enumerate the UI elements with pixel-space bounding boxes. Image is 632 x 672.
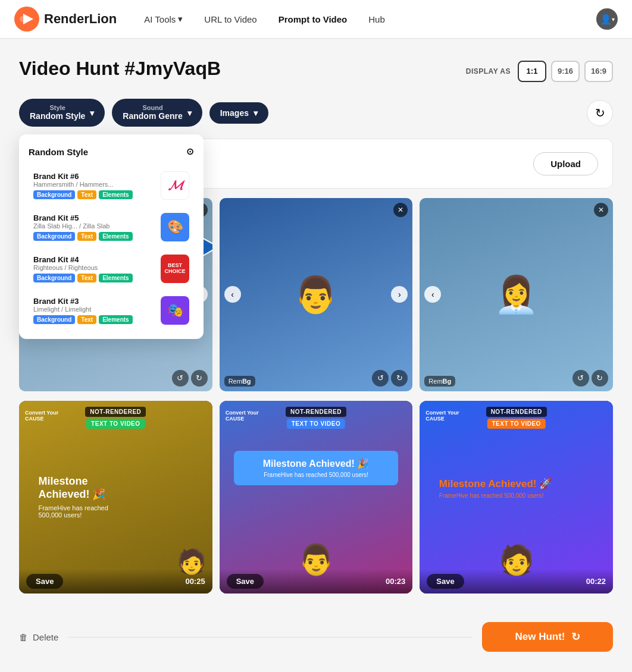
video-save-3[interactable]: Save — [427, 574, 464, 589]
person-icon: 👤 — [600, 14, 612, 25]
sound-label: Sound Random Genre — [123, 105, 182, 121]
image-card-3: 👩‍💼 ✕ ‹ RemBg ↺ ↻ — [420, 198, 613, 391]
toolbar: Style Random Style ▾ Sound Random Genre … — [19, 99, 613, 127]
video-subtitle-3: FrameHive has reached 500,000 users! — [439, 492, 603, 499]
style-dropdown: Random Style ⊙ Brand Kit #6 Hammersmith … — [19, 134, 204, 339]
image-rotate-2[interactable]: ↺ — [372, 370, 389, 387]
page-title: Video Hunt #JmyVaqB — [19, 58, 221, 80]
image-close-3[interactable]: ✕ — [594, 203, 608, 217]
image-placeholder-2: 👨 — [220, 198, 413, 391]
video-row: Convert YourCAUSE MilestoneAchieved! 🎉 F… — [19, 401, 613, 594]
tag-background: Background — [33, 274, 75, 282]
text-to-video-badge-2: TEXT TO VIDEO — [287, 419, 345, 429]
video-card-3: Convert YourCAUSE 🧑 Milestone Achieved! … — [420, 401, 613, 594]
upload-button[interactable]: Upload — [533, 152, 598, 175]
image-arrow-left-2[interactable]: ‹ — [224, 286, 241, 303]
chevron-down-icon: ▾ — [178, 14, 183, 24]
avatar-chevron-icon: ▾ — [612, 16, 615, 23]
avatar[interactable]: 👤 ▾ — [596, 8, 618, 30]
image-placeholder-3: 👩‍💼 — [420, 198, 613, 391]
tag-background: Background — [33, 315, 75, 324]
video-title-1: MilestoneAchieved! 🎉 — [38, 475, 193, 501]
nav-prompt-to-video[interactable]: Prompt to Video — [270, 10, 356, 29]
video-duration-2: 00:23 — [386, 577, 405, 586]
brand-kit-4-item[interactable]: Brand Kit #4 Righteous / Righteous Backg… — [24, 249, 199, 289]
tag-text: Text — [77, 274, 96, 282]
navbar: RenderLion AI Tools ▾ URL to Video Promp… — [0, 0, 632, 39]
video-save-2[interactable]: Save — [227, 574, 264, 589]
main-content: Video Hunt #JmyVaqB DISPLAY AS 1:1 9:16 … — [0, 39, 632, 594]
video-top-text-3: Convert YourCAUSE — [425, 410, 459, 423]
refresh-button[interactable]: ↻ — [587, 100, 613, 126]
brand-kit-3-item[interactable]: Brand Kit #3 Limelight / Limelight Backg… — [24, 290, 199, 331]
image-refresh-3[interactable]: ↻ — [592, 370, 608, 387]
not-rendered-badge-2: NOT-RENDERED — [286, 407, 346, 417]
video-subtitle-2: FrameHive has reached 500,000 users! — [241, 472, 391, 478]
ratio-1-1-button[interactable]: 1:1 — [518, 61, 546, 82]
video-subtitle-1: FrameHive has reached500,000 users! — [38, 505, 193, 519]
separator — [68, 637, 473, 638]
nav-hub[interactable]: Hub — [360, 10, 393, 29]
brand-kit-3-thumb: 🎭 — [161, 296, 189, 325]
dropdown-header: Random Style ⊙ — [19, 142, 204, 164]
brand-kit-4-thumb: BEST CHOICE — [161, 255, 189, 283]
text-to-video-badge-3: TEXT TO VIDEO — [487, 419, 545, 429]
brand-kit-5-item[interactable]: Brand Kit #5 Zilla Slab Hig... / Zilla S… — [24, 207, 199, 247]
sound-button[interactable]: Sound Random Genre ▾ — [112, 99, 202, 127]
brand-kit-5-thumb: 🎨 — [161, 213, 189, 241]
video-save-1[interactable]: Save — [26, 574, 63, 589]
image-rotate-3[interactable]: ↺ — [572, 370, 589, 387]
text-to-video-badge-1: TEXT TO VIDEO — [86, 419, 145, 429]
tag-elements: Elements — [99, 190, 132, 199]
tag-elements: Elements — [99, 232, 132, 241]
bottom-bar: 🗑 Delete New Hunt! ↻ — [0, 613, 632, 671]
sound-chevron-icon: ▾ — [187, 108, 192, 118]
image-arrow-right-2[interactable]: › — [391, 286, 408, 303]
logo[interactable]: RenderLion — [14, 7, 117, 32]
style-button[interactable]: Style Random Style ▾ — [19, 99, 105, 127]
tag-text: Text — [77, 190, 96, 199]
nav-links: AI Tools ▾ URL to Video Prompt to Video … — [136, 9, 596, 29]
video-title-2: Milestone Achieved! 🎉 — [241, 458, 391, 469]
image-card-2: 👨 ✕ ‹ › RemBg ↺ ↻ — [220, 198, 413, 391]
delete-button[interactable]: 🗑 Delete — [19, 632, 58, 642]
tag-text: Text — [77, 315, 96, 324]
new-hunt-button[interactable]: New Hunt! ↻ — [482, 622, 613, 652]
display-as-row: DISPLAY AS 1:1 9:16 16:9 — [466, 61, 613, 82]
image-refresh-2[interactable]: ↻ — [391, 370, 408, 387]
trash-icon: 🗑 — [19, 632, 28, 642]
video-duration-1: 00:25 — [185, 577, 205, 586]
ratio-16-9-button[interactable]: 16:9 — [584, 61, 613, 82]
brand-kit-6-thumb: 𝓜 — [161, 171, 189, 200]
new-hunt-refresh-icon: ↻ — [571, 630, 580, 643]
brand-kit-6-item[interactable]: Brand Kit #6 Hammersmith / Hammers... Ba… — [24, 165, 199, 206]
svg-point-2 — [20, 16, 26, 22]
image-rotate-1[interactable]: ↺ — [172, 370, 189, 387]
nav-ai-tools[interactable]: AI Tools ▾ — [136, 9, 191, 29]
style-chevron-icon: ▾ — [90, 108, 94, 118]
image-rembg-2[interactable]: RemBg — [224, 376, 255, 387]
refresh-icon: ↻ — [595, 106, 605, 120]
image-arrow-left-3[interactable]: ‹ — [424, 286, 441, 303]
tag-background: Background — [33, 190, 75, 199]
video-title-3: Milestone Achieved! 🚀 — [439, 478, 603, 490]
images-button[interactable]: Images ▾ — [209, 102, 268, 124]
video-card-2: Convert YourCAUSE Milestone Achieved! 🎉 … — [220, 401, 413, 594]
video-card-1: Convert YourCAUSE MilestoneAchieved! 🎉 F… — [19, 401, 212, 594]
image-rembg-3[interactable]: RemBg — [424, 376, 455, 387]
video-top-text-2: Convert YourCAUSE — [226, 410, 259, 423]
renderlion-logo-icon — [14, 7, 39, 32]
ratio-9-16-button[interactable]: 9:16 — [551, 61, 580, 82]
image-refresh-1[interactable]: ↻ — [191, 370, 208, 387]
not-rendered-badge-1: NOT-RENDERED — [85, 407, 146, 417]
video-top-text-1: Convert YourCAUSE — [25, 410, 58, 423]
dropdown-dot-icon: ⊙ — [186, 146, 194, 157]
video-duration-3: 00:22 — [586, 577, 606, 586]
nav-url-to-video[interactable]: URL to Video — [196, 10, 265, 29]
images-chevron-icon: ▾ — [254, 108, 258, 118]
tag-background: Background — [33, 232, 75, 241]
display-as-label: DISPLAY AS — [466, 67, 511, 76]
style-label: Style Random Style — [30, 105, 85, 121]
tag-elements: Elements — [99, 315, 132, 324]
tag-text: Text — [77, 232, 96, 241]
